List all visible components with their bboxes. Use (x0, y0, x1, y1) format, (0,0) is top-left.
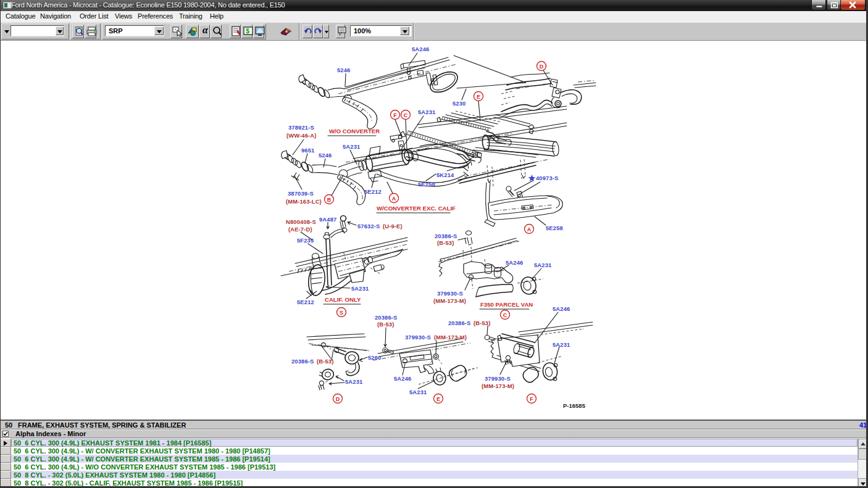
svg-text:5A231: 5A231 (534, 262, 551, 268)
svg-text:5A231: 5A231 (351, 285, 369, 292)
svg-text:5E212: 5E212 (364, 188, 382, 195)
svg-text:W/CONVERTER EXC. CALIF: W/CONVERTER EXC. CALIF (377, 205, 456, 212)
svg-text:379930-S: 379930-S (437, 290, 463, 297)
svg-text:(B-53): (B-53) (437, 239, 454, 246)
svg-text:5A246: 5A246 (553, 305, 570, 312)
svg-text:(U-9-E): (U-9-E) (383, 223, 403, 230)
svg-text:5K214: 5K214 (436, 172, 454, 178)
svg-text:F350 PARCEL VAN: F350 PARCEL VAN (480, 301, 533, 308)
svg-text:P-16585: P-16585 (563, 402, 586, 409)
svg-text:5A231: 5A231 (418, 109, 435, 115)
svg-text:(MM-173-M): (MM-173-M) (433, 297, 466, 304)
svg-text:D: D (540, 64, 544, 70)
svg-text:5A231: 5A231 (345, 378, 362, 385)
svg-text:5E258: 5E258 (546, 225, 563, 231)
svg-text:379930-S: 379930-S (405, 334, 431, 341)
svg-text:5A246: 5A246 (394, 375, 411, 382)
svg-text:(MM-173-M): (MM-173-M) (482, 383, 514, 389)
svg-text:5230: 5230 (453, 100, 465, 107)
svg-text:5A246: 5A246 (412, 46, 429, 52)
svg-text:5A231: 5A231 (553, 341, 570, 348)
svg-text:379930-S: 379930-S (485, 375, 511, 382)
svg-text:5246: 5246 (319, 152, 332, 159)
svg-text:B: B (327, 197, 332, 203)
svg-text:5260: 5260 (368, 354, 381, 361)
svg-text:N800408-S: N800408-S (286, 218, 316, 225)
svg-text:(WW-46-A): (WW-46-A) (286, 132, 317, 139)
svg-text:A: A (392, 196, 396, 202)
svg-text:E: E (436, 396, 440, 402)
svg-text:20386-S: 20386-S (375, 314, 398, 321)
svg-text:C: C (404, 112, 408, 118)
svg-text:(AE-7-D): (AE-7-D) (288, 226, 312, 233)
svg-text:9651: 9651 (301, 147, 314, 154)
svg-text:20386-S: 20386-S (435, 233, 457, 239)
svg-text:5A231: 5A231 (343, 143, 360, 150)
svg-text:378921-S: 378921-S (288, 124, 314, 131)
svg-text:5E258: 5E258 (418, 181, 435, 188)
svg-text:20386-S: 20386-S (448, 320, 471, 326)
svg-text:F: F (393, 112, 397, 118)
svg-text:(MM-163-LC): (MM-163-LC) (286, 198, 322, 205)
svg-text:5246: 5246 (337, 67, 350, 73)
svg-text:57632-S: 57632-S (357, 223, 380, 230)
svg-text:(B-53): (B-53) (317, 358, 333, 365)
svg-text:(B-53): (B-53) (474, 320, 490, 326)
svg-text:387039-S: 387039-S (288, 190, 314, 197)
svg-text:40973-S: 40973-S (536, 175, 559, 181)
svg-text:5E212: 5E212 (297, 299, 314, 305)
svg-text:9A487: 9A487 (319, 216, 336, 223)
svg-text:5F235: 5F235 (297, 237, 314, 244)
svg-text:S: S (340, 310, 343, 316)
svg-text:CALIF. ONLY: CALIF. ONLY (325, 296, 361, 303)
svg-text:5A246: 5A246 (506, 259, 523, 266)
svg-text:W/O CONVERTER: W/O CONVERTER (329, 128, 380, 134)
svg-text:20386-S: 20386-S (291, 358, 314, 365)
svg-text:A: A (527, 226, 532, 233)
svg-text:E: E (477, 94, 480, 100)
svg-text:(MM-173-M): (MM-173-M) (434, 334, 467, 341)
svg-text:C: C (503, 312, 507, 318)
svg-text:D: D (336, 396, 340, 402)
svg-text:$: $ (246, 27, 249, 35)
svg-text:(B-53): (B-53) (377, 321, 394, 328)
svg-text:5A231: 5A231 (409, 389, 427, 395)
svg-text:F: F (530, 396, 533, 402)
